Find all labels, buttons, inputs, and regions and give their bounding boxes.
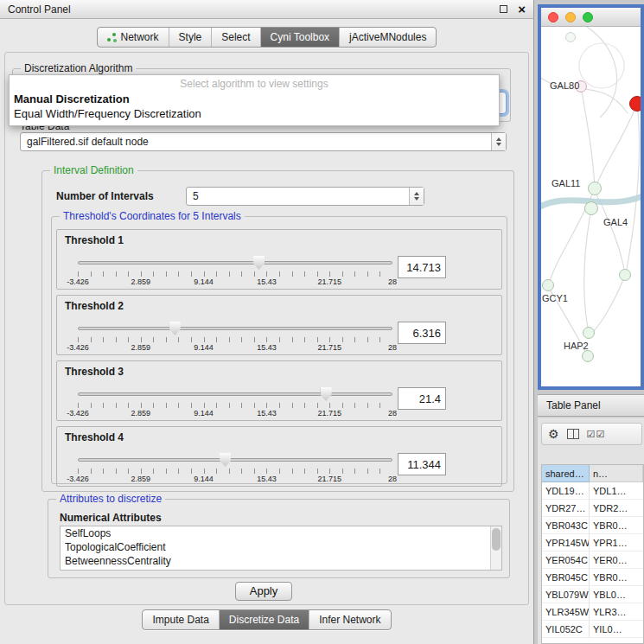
slider-ticks	[78, 469, 392, 474]
table-cell: YLR3…	[590, 603, 643, 620]
network-node[interactable]	[629, 96, 641, 112]
table-row[interactable]: YDR27…YDR2…	[542, 500, 643, 517]
select-checkboxes-icon[interactable]: ☑☑	[587, 429, 606, 440]
number-of-intervals-value: 5	[193, 190, 199, 202]
threshold-slider[interactable]: -3.4262.8599.14415.4321.71528	[78, 256, 392, 289]
threshold-value-field[interactable]: 21.4	[398, 387, 446, 410]
tab-cyni-toolbox[interactable]: Cyni Toolbox	[260, 28, 339, 47]
threshold-value-field[interactable]: 6.316	[398, 322, 446, 344]
column-header[interactable]: n…	[590, 465, 643, 482]
slider-track	[78, 327, 392, 330]
table-row[interactable]: YBR045CYBR0…	[542, 569, 643, 586]
zoom-traffic-light-icon[interactable]	[583, 12, 593, 22]
list-item[interactable]: BetweennessCentrality	[61, 554, 501, 568]
table-cell: YDR27…	[542, 500, 590, 516]
group-legend: Threshold's Coordinates for 5 Intervals	[60, 210, 245, 222]
network-node-hap2[interactable]	[583, 327, 595, 339]
apply-button[interactable]: Apply	[235, 582, 292, 601]
table-cell: YLR345W	[542, 603, 590, 620]
dropdown-placeholder: Select algorithm to view settings	[10, 75, 499, 92]
threshold-value-field[interactable]: 11.344	[398, 453, 446, 475]
table-row[interactable]: YER054CYER0…	[542, 552, 643, 569]
network-node-gcy1[interactable]	[542, 279, 554, 291]
table-row[interactable]: YDL19…YDL1…	[542, 482, 643, 500]
slider-ticks	[78, 271, 392, 277]
tab-select[interactable]: Select	[211, 28, 259, 47]
stepper-icon[interactable]	[491, 133, 506, 150]
slider-thumb[interactable]	[169, 322, 181, 335]
slider-ticks	[78, 403, 392, 408]
tab-network[interactable]: Network	[98, 28, 169, 47]
scale-tick-label: 2.859	[131, 343, 151, 352]
threshold-value-field[interactable]: 14.713	[398, 256, 446, 278]
tab-discretize-data[interactable]: Discretize Data	[219, 610, 309, 629]
network-node-label: HAP2	[564, 341, 589, 351]
numerical-attributes-list[interactable]: SelfLoopsTopologicalCoefficientBetweenne…	[60, 526, 502, 571]
dropdown-option-manual-discretization[interactable]: Manual Discretization	[10, 92, 499, 106]
network-canvas[interactable]: GAL80GAL11GAL4GCY1HAP2	[541, 27, 641, 386]
threshold-label: Threshold 2	[65, 300, 124, 312]
slider-thumb[interactable]	[321, 387, 332, 401]
table-cell: YER0…	[590, 552, 643, 568]
tab-label: jActiveMNodules	[349, 31, 426, 43]
table-row[interactable]: YIL052CYIL0…	[542, 621, 643, 638]
slider-thumb[interactable]	[220, 453, 231, 467]
network-icon	[107, 33, 117, 42]
table-cell: YDL19…	[542, 482, 590, 499]
minimize-traffic-light-icon[interactable]	[565, 12, 576, 22]
tab-style[interactable]: Style	[169, 28, 212, 47]
network-node-gal11[interactable]	[588, 182, 602, 195]
tab-impute-data[interactable]: Impute Data	[143, 610, 218, 629]
network-node-gal4[interactable]	[584, 201, 598, 215]
stepper-icon[interactable]	[409, 188, 424, 205]
table-row[interactable]: YPR145WYPR1…	[542, 534, 643, 552]
tab-infer-network[interactable]: Infer Network	[309, 610, 390, 629]
close-traffic-light-icon[interactable]	[548, 12, 558, 22]
threshold-slider[interactable]: -3.4262.8599.14415.4321.71528	[78, 453, 392, 486]
tab-label: Discretize Data	[229, 614, 299, 626]
thresholds-group: Threshold's Coordinates for 5 Intervals …	[51, 216, 507, 484]
table-data-value: galFiltered.sif default node	[27, 136, 149, 148]
close-icon[interactable]: ×	[518, 5, 526, 14]
threshold-box-threshold-2: Threshold 2-3.4262.8599.14415.4321.71528…	[56, 295, 502, 355]
table-cell: YBR0…	[590, 517, 643, 533]
threshold-slider[interactable]: -3.4262.8599.14415.4321.71528	[78, 387, 392, 420]
columns-icon[interactable]	[567, 429, 579, 439]
list-item[interactable]: SelfLoops	[61, 526, 501, 540]
slider-track	[78, 458, 392, 462]
scale-tick-label: 15.43	[257, 343, 277, 352]
network-node-label: GAL11	[552, 178, 580, 188]
list-item[interactable]: TopologicalCoefficient	[61, 540, 501, 554]
number-of-intervals-label: Number of Intervals	[56, 190, 154, 202]
table-data-select[interactable]: galFiltered.sif default node	[20, 132, 507, 151]
float-window-icon[interactable]	[500, 5, 507, 13]
panel-title: Control Panel	[8, 3, 500, 16]
number-of-intervals-select[interactable]: 5	[186, 187, 424, 206]
dropdown-option-equal-width-frequency-discretization[interactable]: Equal Width/Frequency Discretization	[10, 106, 499, 121]
scale-tick-label: 28	[388, 277, 397, 286]
threshold-slider[interactable]: -3.4262.8599.14415.4321.71528	[78, 322, 392, 354]
network-node[interactable]	[582, 350, 594, 362]
table-toolbar: ⚙ ☑☑	[541, 423, 642, 445]
network-node[interactable]	[565, 32, 576, 42]
table-row[interactable]: YBR043CYBR0…	[542, 517, 643, 534]
scale-tick-label: -3.426	[67, 277, 89, 286]
table-row[interactable]: YLR345WYLR3…	[542, 603, 643, 621]
numerical-attributes-title: Numerical Attributes	[60, 512, 162, 524]
scale-tick-label: -3.426	[67, 409, 89, 418]
slider-thumb[interactable]	[253, 256, 265, 270]
gear-icon[interactable]: ⚙	[548, 427, 559, 441]
scrollbar-thumb[interactable]	[492, 528, 501, 551]
column-header[interactable]: shared…	[542, 465, 590, 482]
scrollbar[interactable]	[490, 526, 501, 570]
group-legend: Discretization Algorithm	[21, 62, 136, 74]
table-header-row: shared…n…	[542, 465, 643, 482]
scale-tick-label: 15.43	[257, 475, 277, 483]
table-row[interactable]: YBL079WYBL0…	[542, 586, 643, 603]
network-node[interactable]	[619, 269, 631, 281]
tab-label: Cyni Toolbox	[271, 31, 329, 43]
scale-tick-label: 9.144	[194, 343, 214, 352]
tab-jactivemnodules[interactable]: jActiveMNodules	[339, 28, 436, 47]
scale-tick-label: 21.715	[317, 475, 341, 483]
threshold-box-threshold-3: Threshold 3-3.4262.8599.14415.4321.71528…	[56, 360, 502, 421]
